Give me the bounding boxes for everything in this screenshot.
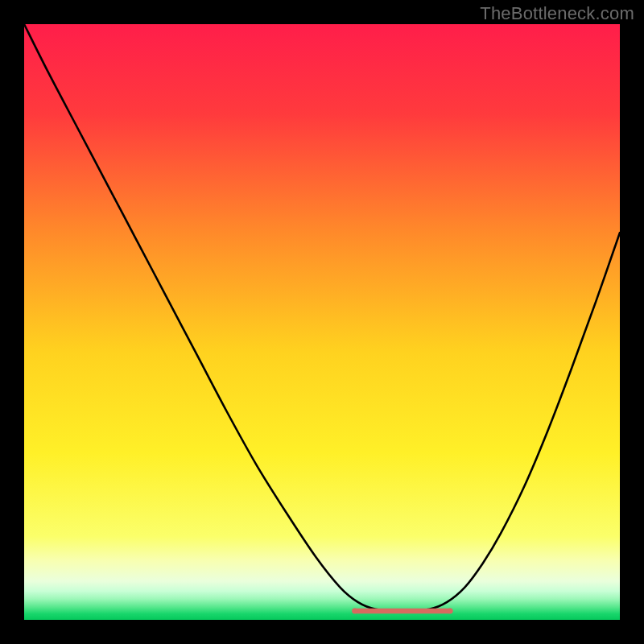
bottleneck-chart bbox=[0, 0, 644, 644]
optimal-range-start-cap bbox=[352, 609, 357, 614]
optimal-range-end-cap bbox=[448, 609, 453, 614]
chart-stage: TheBottleneck.com bbox=[0, 0, 644, 644]
gradient-background bbox=[24, 24, 620, 620]
watermark-text: TheBottleneck.com bbox=[480, 3, 634, 24]
